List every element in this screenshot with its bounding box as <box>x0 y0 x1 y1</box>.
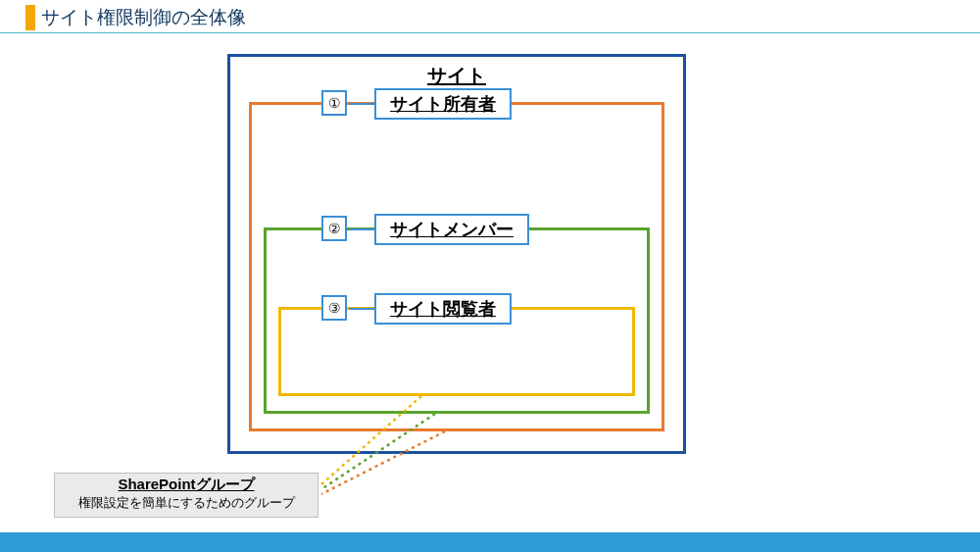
sharepoint-group-callout: SharePointグループ 権限設定を簡単にするためのグループ <box>54 473 318 518</box>
owner-label: サイト所有者 <box>374 88 512 120</box>
visitor-connector-icon <box>349 308 374 310</box>
member-label: サイトメンバー <box>374 214 529 245</box>
visitor-number-badge: ③ <box>321 295 347 321</box>
site-heading: サイト <box>230 63 683 89</box>
title-rule <box>0 32 980 33</box>
callout-title: SharePointグループ <box>55 476 318 494</box>
member-number-badge: ② <box>321 216 347 241</box>
title-accent-icon <box>25 5 35 30</box>
member-connector-icon <box>349 228 374 230</box>
owner-connector-icon <box>349 103 374 105</box>
page-title: サイト権限制御の全体像 <box>41 5 246 30</box>
title-bar: サイト権限制御の全体像 <box>0 4 980 31</box>
footer-bar <box>0 532 980 552</box>
owner-number-badge: ① <box>321 90 347 116</box>
slide: サイト権限制御の全体像 サイト ① サイト所有者 ② サイトメンバー ③ サイト… <box>0 0 980 552</box>
visitor-label: サイト閲覧者 <box>374 293 512 325</box>
callout-desc: 権限設定を簡単にするためのグループ <box>55 494 318 512</box>
